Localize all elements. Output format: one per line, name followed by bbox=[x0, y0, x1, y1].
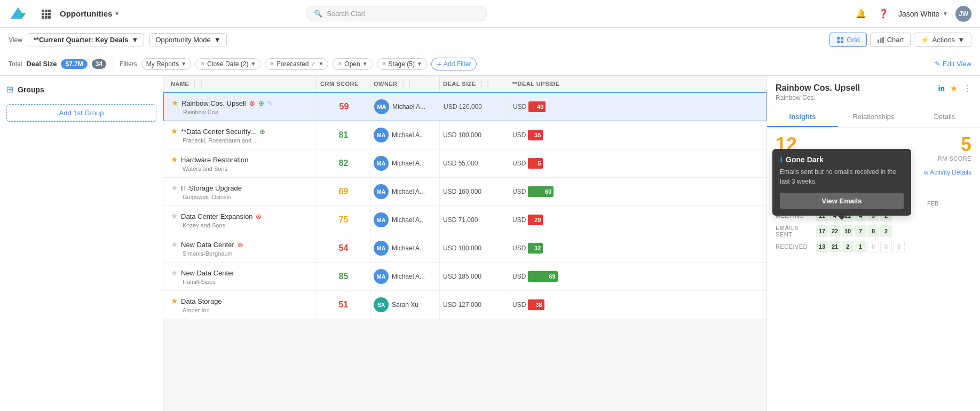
nav-title-dropdown[interactable]: ▼ bbox=[114, 11, 120, 17]
table-row[interactable]: ★**Data Center Security...⊕Franecki, Ros… bbox=[163, 121, 766, 149]
cal-cell: 7 bbox=[855, 225, 866, 237]
svg-rect-6 bbox=[45, 13, 48, 15]
table-row[interactable]: ★Rainbow Cos. Upsell⊗⊕✎Rainbow Cos.59MAM… bbox=[163, 92, 766, 121]
col-drag-deal-size[interactable]: ⋮⋮ bbox=[478, 80, 492, 88]
upside-bar: 29 bbox=[528, 215, 543, 225]
detail-tabs: Insights Relationships Details bbox=[767, 107, 980, 128]
col-drag-owner[interactable]: ⋮⋮ bbox=[400, 80, 413, 88]
open-filter[interactable]: ✕ Open ▼ bbox=[333, 58, 372, 70]
add-filter-button[interactable]: + Add Filter bbox=[431, 58, 477, 70]
col-drag-name[interactable]: ⋮⋮ bbox=[191, 80, 204, 88]
grid-label: Grid bbox=[847, 36, 860, 44]
add-group-button[interactable]: Add 1st Group bbox=[6, 104, 156, 122]
mode-selector[interactable]: Opportunity Mode ▼ bbox=[149, 33, 226, 46]
svg-rect-9 bbox=[45, 16, 48, 19]
close-date-filter[interactable]: ✕ Close Date (2) ▼ bbox=[195, 58, 260, 70]
deal-upside-cell: USD29 bbox=[509, 206, 584, 234]
search-icon: 🔍 bbox=[314, 10, 322, 18]
open-close[interactable]: ✕ bbox=[337, 60, 342, 67]
my-reports-filter[interactable]: My Reports ▼ bbox=[141, 58, 191, 70]
deal-company: Franecki, Rosenbaum and ... bbox=[183, 137, 258, 144]
name-cell: ★**Data Center Security...⊕Franecki, Ros… bbox=[168, 121, 317, 149]
svg-rect-2 bbox=[42, 10, 44, 12]
nav-title-text: Opportunities bbox=[60, 9, 112, 18]
view-selector[interactable]: **Current Quarter: Key Deals ▼ bbox=[28, 33, 145, 46]
logo[interactable] bbox=[9, 4, 28, 23]
star-icon[interactable]: ★ bbox=[171, 240, 178, 249]
activity-details-link[interactable]: w Activity Details bbox=[924, 169, 971, 176]
tab-insights[interactable]: Insights bbox=[767, 107, 838, 127]
linkedin-icon[interactable]: in bbox=[938, 84, 945, 93]
edit-view-button[interactable]: ✎ Edit View bbox=[935, 60, 971, 68]
notifications-icon[interactable]: 🔔 bbox=[853, 6, 868, 21]
chart-button[interactable]: Chart bbox=[870, 33, 911, 47]
crm-score-cell: 82 bbox=[317, 149, 370, 177]
forecasted-filter[interactable]: ✕ Forecasted ✓ ▼ bbox=[265, 58, 328, 70]
upside-currency: USD bbox=[512, 244, 526, 252]
star-icon[interactable]: ★ bbox=[171, 183, 178, 193]
tooltip-info-icon: ℹ bbox=[780, 155, 783, 164]
close-date-close[interactable]: ✕ bbox=[200, 60, 205, 67]
forecasted-check: ✓ bbox=[311, 60, 316, 68]
detail-more-icon[interactable]: ⋮ bbox=[963, 83, 971, 93]
col-owner: OWNER ⋮⋮ bbox=[370, 76, 440, 92]
tooltip-arrow bbox=[837, 216, 846, 220]
star-icon[interactable]: ★ bbox=[171, 296, 178, 306]
tooltip-header: ℹ Gone Dark bbox=[780, 155, 904, 164]
edit-icon[interactable]: ✎ bbox=[267, 100, 272, 107]
tooltip-title: Gone Dark bbox=[786, 155, 824, 164]
filters-label: Filters bbox=[120, 60, 137, 68]
apps-grid-icon[interactable] bbox=[38, 6, 53, 21]
cal-cell: 13 bbox=[816, 241, 828, 252]
star-icon[interactable]: ★ bbox=[171, 155, 178, 164]
detail-header: Rainbow Cos. Upsell Rainbow Cos. in ★ ⋮ bbox=[767, 76, 980, 107]
tooltip-body: Emails sent but no emails received in th… bbox=[780, 167, 904, 186]
upside-currency: USD bbox=[512, 188, 526, 195]
owner-cell: MAMichael A... bbox=[370, 121, 440, 149]
avatar[interactable]: JW bbox=[955, 6, 971, 22]
table-row[interactable]: ★Hardware RestorationWaters and Sons82MA… bbox=[163, 149, 766, 178]
detail-star-icon[interactable]: ★ bbox=[950, 83, 958, 93]
owner-cell: MAMichael A... bbox=[370, 234, 440, 262]
star-icon[interactable]: ★ bbox=[171, 127, 178, 136]
name-cell: ★New Data CenterHamill-Sipes bbox=[168, 263, 317, 290]
star-icon[interactable]: ★ bbox=[171, 211, 178, 221]
view-dropdown-icon: ▼ bbox=[132, 36, 139, 44]
deal-upside-cell: USD38 bbox=[509, 291, 584, 319]
total-label: Total bbox=[9, 60, 22, 68]
col-deal-upside: **DEAL UPSIDE bbox=[509, 76, 584, 92]
filter-separator bbox=[113, 59, 113, 69]
deal-company: Gulgowski-Osinski bbox=[183, 194, 231, 200]
upside-currency: USD bbox=[512, 131, 526, 139]
nav-opportunities-title[interactable]: Opportunities ▼ bbox=[60, 9, 120, 18]
user-menu[interactable]: Jason White ▼ bbox=[898, 10, 948, 18]
cal-cell: 22 bbox=[829, 225, 841, 237]
stage-filter[interactable]: ✕ Stage (5) ▼ bbox=[377, 58, 427, 70]
mode-value: Opportunity Mode bbox=[155, 36, 210, 44]
actions-button[interactable]: ⚡ Actions ▼ bbox=[914, 33, 971, 47]
detail-panel: Rainbow Cos. Upsell Rainbow Cos. in ★ ⋮ … bbox=[766, 76, 980, 411]
star-icon[interactable]: ★ bbox=[171, 268, 178, 278]
table-row[interactable]: ★New Data Center⊗Simonis-Bergnaum54MAMic… bbox=[163, 234, 766, 263]
tab-relationships[interactable]: Relationships bbox=[838, 107, 909, 127]
crm-score-cell: 51 bbox=[317, 291, 370, 319]
help-icon[interactable]: ❓ bbox=[876, 6, 891, 21]
table-row[interactable]: ★Data StorageAmper Inc51SXSarah XuUSD 12… bbox=[163, 291, 766, 319]
grid-button[interactable]: Grid bbox=[829, 33, 867, 47]
table-row[interactable]: ★Data Center Expansion⊗Kozey and Sons75M… bbox=[163, 206, 766, 234]
forecasted-close[interactable]: ✕ bbox=[270, 60, 274, 67]
star-icon[interactable]: ★ bbox=[171, 98, 178, 108]
owner-cell: MAMichael A... bbox=[371, 93, 440, 121]
table-row[interactable]: ★IT Storage UpgradeGulgowski-Osinski69MA… bbox=[163, 178, 766, 206]
stage-close[interactable]: ✕ bbox=[382, 60, 386, 67]
deal-size-label: Deal Size bbox=[26, 60, 57, 68]
table-row[interactable]: ★New Data CenterHamill-Sipes85MAMichael … bbox=[163, 263, 766, 291]
sidebar-grid-icon[interactable]: ⊞ bbox=[6, 84, 13, 94]
owner-avatar: MA bbox=[374, 128, 389, 143]
tab-details[interactable]: Details bbox=[909, 107, 980, 127]
svg-rect-10 bbox=[48, 16, 51, 19]
search-bar[interactable]: 🔍 Search Clari bbox=[306, 6, 487, 21]
owner-avatar: MA bbox=[374, 99, 389, 114]
view-emails-button[interactable]: View Emails bbox=[780, 193, 904, 209]
search-placeholder: Search Clari bbox=[327, 10, 365, 18]
